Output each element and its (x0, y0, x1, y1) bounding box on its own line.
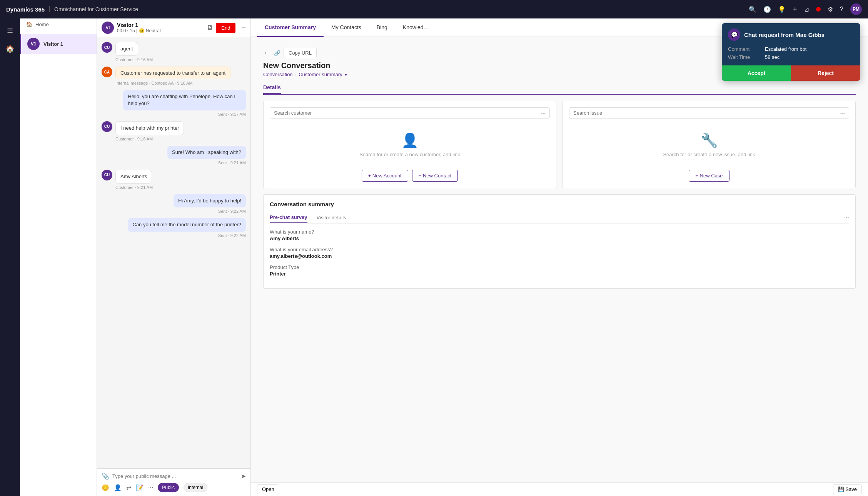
survey-row-3: Product Type Printer (270, 264, 849, 277)
tab-knowledge[interactable]: Knowled... (395, 18, 436, 37)
tab-my-contacts[interactable]: My Contacts (324, 18, 369, 37)
survey-a1: Amy Alberts (270, 235, 849, 241)
help-icon[interactable]: ? (840, 6, 843, 13)
col-issue: --- 🔧 Search for or create a new issue, … (563, 101, 856, 188)
chat-input-area: 📎 ➤ 😊 👤 ⇄ 📝 ··· Public Internal (97, 468, 250, 496)
home-icon[interactable]: 🏠 (2, 41, 18, 57)
chat-area: VI Visitor 1 00:07:15 | 😐 Neutral 🖥 End … (97, 18, 251, 496)
sidebar-left: ☰ 🏠 (0, 18, 20, 496)
tab-visitor-details[interactable]: Visitor details (317, 212, 346, 223)
messages-container: CU agent Customer · 9:16 AM CA Customer … (97, 37, 250, 468)
filter-icon[interactable]: ⊿ (804, 6, 809, 13)
survey-q3: Product Type (270, 264, 849, 270)
visitor-name-label: Visitor 1 (43, 41, 63, 47)
breadcrumb-customer-summary[interactable]: Customer summary (299, 72, 342, 77)
contact-panel: 🏠 Home V1 Visitor 1 (20, 18, 97, 496)
msg-timestamp-8: Sent · 9:22 AM (218, 233, 246, 238)
transfer-icon[interactable]: ⇄ (126, 484, 131, 491)
customer-empty-text: Search for or create a new customer, and… (359, 152, 460, 157)
notification-popup: 💬 Chat request from Mae Gibbs Comment Es… (722, 23, 860, 81)
internal-mode-button[interactable]: Internal (184, 483, 207, 492)
notif-waittime-value: 58 sec (765, 54, 780, 60)
plus-icon[interactable]: + (793, 5, 797, 14)
message-1: CU agent Customer · 9:16 AM (102, 42, 246, 62)
home-icon-sm: 🏠 (26, 22, 32, 27)
message-3: Hello, you are chatting with Penelope. H… (102, 90, 246, 116)
chat-header-avatar: VI (102, 22, 114, 34)
reject-button[interactable]: Reject (791, 65, 860, 81)
tab-pre-chat[interactable]: Pre-chat survey (270, 212, 307, 223)
msg-with-avatar-2: CA Customer has requested to transfer to… (102, 67, 230, 79)
copy-url-button[interactable]: Copy URL (284, 48, 317, 58)
end-chat-button[interactable]: End (216, 23, 235, 33)
tab-customer-summary[interactable]: Customer Summary (257, 18, 324, 37)
notes-icon[interactable]: 📝 (136, 484, 144, 491)
new-case-button[interactable]: + New Case (689, 170, 729, 182)
chat-visitor-name: Visitor 1 (117, 22, 204, 28)
new-account-button[interactable]: + New Account (362, 170, 408, 182)
survey-a2: amy.alberts@outlook.com (270, 253, 849, 259)
notif-waittime-row: Wait Time 58 sec (728, 54, 854, 60)
sentiment-icon: 😐 (139, 28, 145, 33)
more-icon[interactable]: ··· (148, 484, 153, 491)
notif-header: 💬 Chat request from Mae Gibbs (722, 23, 860, 46)
people-icon[interactable]: 👤 (114, 484, 122, 491)
msg-timestamp-7: Sent · 9:22 AM (218, 209, 246, 214)
survey-a3: Printer (270, 271, 849, 277)
message-8: Can you tell me the model number of the … (102, 218, 246, 237)
main-content: Customer Summary My Contacts Bing Knowle… (251, 18, 868, 496)
msg-timestamp-4: Customer · 9:18 AM (115, 137, 153, 141)
chat-input-field[interactable] (112, 473, 238, 479)
message-bubble-7: Hi Amy, I'd be happy to help! (174, 194, 246, 207)
home-label: Home (35, 22, 49, 27)
customer-avatar-4: CU (102, 121, 112, 132)
minimize-icon[interactable]: − (242, 24, 246, 32)
message-bubble-3: Hello, you are chatting with Penelope. H… (123, 90, 246, 110)
send-icon[interactable]: ➤ (241, 473, 246, 480)
tab-bing[interactable]: Bing (369, 18, 395, 37)
open-button[interactable]: Open (257, 484, 279, 494)
message-bubble-8: Can you tell me the model number of the … (128, 218, 246, 231)
attach-icon[interactable]: 📎 (102, 473, 109, 480)
notif-comment-row: Comment Escalated from bot (728, 46, 854, 52)
msg-timestamp-2: Internal message · Contoso AA · 9:16 AM (115, 81, 193, 85)
clock-icon[interactable]: 🕐 (763, 6, 771, 13)
msg-with-avatar-1: CU agent (102, 42, 138, 56)
issue-search-input[interactable] (573, 110, 840, 116)
message-bubble-5: Sure! Who am I speaking with? (167, 146, 246, 159)
lightbulb-icon[interactable]: 💡 (778, 6, 786, 13)
brand-area: Dynamics 365 Omnichannel for Customer Se… (6, 6, 138, 13)
msg-timestamp-6: Customer · 9:21 AM (115, 185, 153, 190)
customer-search-input[interactable] (274, 110, 541, 116)
issue-action-buttons: + New Case (569, 170, 849, 182)
hamburger-icon[interactable]: ☰ (3, 22, 17, 38)
public-mode-button[interactable]: Public (158, 483, 179, 492)
details-tab[interactable]: Details (263, 82, 281, 94)
summary-tabs: Pre-chat survey Visitor details ··· (270, 212, 849, 224)
msg-with-avatar-6: CU Amy Alberts (102, 170, 152, 184)
new-contact-button[interactable]: + New Contact (412, 170, 458, 182)
bottom-bar: Open 💾 Save (251, 482, 868, 496)
issue-empty-text: Search for or create a new issue, and li… (663, 152, 755, 157)
back-button[interactable]: ← (263, 49, 270, 57)
top-navigation: Dynamics 365 Omnichannel for Customer Se… (0, 0, 868, 18)
emoji-icon[interactable]: 😊 (102, 484, 109, 491)
breadcrumb-conversation[interactable]: Conversation (263, 72, 293, 77)
message-4: CU I need help with my printer Customer … (102, 121, 246, 141)
two-col-layout: --- 👤 Search for or create a new custome… (257, 101, 862, 188)
presence-indicator (816, 7, 821, 12)
message-bubble-1: agent (115, 42, 138, 56)
settings-icon[interactable]: ⚙ (828, 6, 833, 13)
accept-button[interactable]: Accept (722, 65, 791, 81)
conv-summary-section: Conversation summary Pre-chat survey Vis… (257, 194, 862, 289)
visitor-avatar: V1 (27, 38, 40, 50)
user-avatar[interactable]: PM (850, 3, 862, 15)
search-icon[interactable]: 🔍 (749, 6, 756, 13)
chat-toolbar: 😊 👤 ⇄ 📝 ··· Public Internal (102, 480, 246, 492)
home-nav-item[interactable]: 🏠 Home (20, 18, 97, 30)
save-button[interactable]: 💾 Save (833, 484, 862, 494)
summary-more-icon[interactable]: ··· (844, 214, 849, 221)
screen-share-icon[interactable]: 🖥 (207, 24, 213, 31)
visitor-contact-item[interactable]: V1 Visitor 1 (20, 34, 97, 54)
notif-avatar-icon: 💬 (731, 32, 738, 38)
